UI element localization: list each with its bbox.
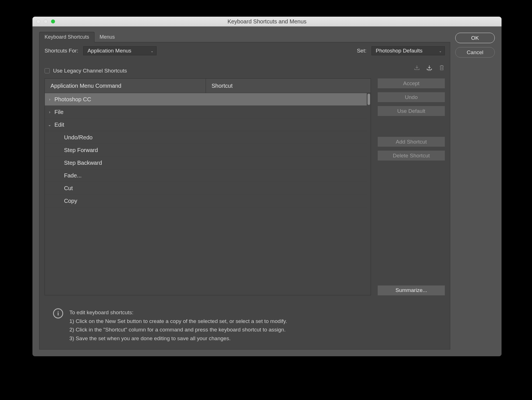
main-panel: Keyboard Shortcuts Menus Shortcuts For: … (39, 32, 450, 350)
info-line2: 2) Click in the "Shortcut" column for a … (69, 326, 287, 334)
shortcuts-for-label: Shortcuts For: (45, 48, 78, 54)
undo-button[interactable]: Undo (378, 92, 445, 102)
action-buttons-column: Accept Undo Use Default Add Shortcut Del… (378, 78, 445, 295)
tree-row-label: Copy (62, 198, 77, 204)
tree-row[interactable]: Cut (45, 182, 367, 195)
set-value: Photoshop Defaults (376, 48, 423, 54)
info-line1: 1) Click on the New Set button to create… (69, 317, 287, 326)
new-set-icon[interactable] (426, 65, 432, 71)
tree-row-label: File (53, 109, 63, 115)
content-area: Keyboard Shortcuts Menus Shortcuts For: … (32, 27, 502, 356)
scrollbar-thumb[interactable] (368, 94, 370, 105)
window-titlebar: Keyboard Shortcuts and Menus (32, 17, 502, 27)
info-section: i To edit keyboard shortcuts: 1) Click o… (45, 308, 445, 343)
tab-menus[interactable]: Menus (94, 32, 120, 42)
trash-icon[interactable] (439, 65, 445, 71)
accept-button[interactable]: Accept (378, 78, 445, 88)
info-text: To edit keyboard shortcuts: 1) Click on … (69, 308, 287, 343)
save-set-icon[interactable] (414, 65, 420, 71)
tree-row[interactable]: ⌄Edit (45, 118, 367, 131)
add-shortcut-button[interactable]: Add Shortcut (378, 137, 445, 147)
tree-scroll[interactable]: ›Photoshop CC›File⌄EditUndo/RedoStep For… (45, 93, 371, 295)
use-default-button[interactable]: Use Default (378, 106, 445, 116)
tab-bar: Keyboard Shortcuts Menus (39, 32, 450, 42)
legacy-label: Use Legacy Channel Shortcuts (53, 68, 127, 74)
tree-row-label: Photoshop CC (53, 96, 91, 103)
summarize-button[interactable]: Summarize... (378, 285, 445, 295)
window-title: Keyboard Shortcuts and Menus (32, 18, 502, 25)
shortcuts-for-select[interactable]: Application Menus ⌄ (83, 46, 157, 55)
tree-row-label: Step Forward (62, 147, 98, 153)
delete-shortcut-button[interactable]: Delete Shortcut (378, 151, 445, 161)
tree-row-label: Fade... (62, 172, 82, 179)
second-row: Use Legacy Channel Shortcuts (45, 61, 445, 74)
tree-row-label: Edit (53, 122, 64, 128)
legacy-checkbox-row[interactable]: Use Legacy Channel Shortcuts (45, 68, 127, 74)
tree-row-label: Step Backward (62, 160, 102, 166)
tree-row[interactable]: ›Photoshop CC (45, 93, 367, 106)
tree-row[interactable]: Fade... (45, 169, 367, 182)
tree-row[interactable]: Undo/Redo (45, 131, 367, 144)
chevron-down-icon[interactable]: ⌄ (47, 122, 53, 127)
tree-row-label: Cut (62, 185, 73, 192)
ok-button[interactable]: OK (455, 33, 495, 43)
tree-row[interactable]: Step Backward (45, 157, 367, 169)
legacy-checkbox[interactable] (45, 68, 50, 73)
middle-row: Application Menu Command Shortcut ›Photo… (45, 78, 445, 295)
dialog-window: Keyboard Shortcuts and Menus Keyboard Sh… (32, 17, 502, 356)
set-label: Set: (357, 48, 366, 54)
chevron-right-icon[interactable]: › (47, 97, 53, 102)
tree-row[interactable]: Copy (45, 195, 367, 207)
side-panel: OK Cancel (455, 32, 495, 350)
tree-area: Application Menu Command Shortcut ›Photo… (45, 78, 371, 295)
shortcuts-for-value: Application Menus (87, 48, 131, 54)
tab-keyboard-shortcuts[interactable]: Keyboard Shortcuts (39, 32, 94, 42)
column-headers: Application Menu Command Shortcut (45, 78, 371, 93)
tree-row[interactable]: Step Forward (45, 144, 367, 157)
info-icon: i (53, 308, 63, 318)
column-header-shortcut[interactable]: Shortcut (206, 79, 238, 93)
set-icon-row (414, 65, 445, 71)
info-title: To edit keyboard shortcuts: (69, 308, 287, 317)
chevron-right-icon[interactable]: › (47, 110, 53, 114)
panel-body: Shortcuts For: Application Menus ⌄ Set: … (39, 42, 450, 350)
info-line3: 3) Save the set when you are done editin… (69, 334, 287, 343)
column-header-command[interactable]: Application Menu Command (45, 79, 206, 93)
set-select[interactable]: Photoshop Defaults ⌄ (371, 46, 445, 55)
cancel-button[interactable]: Cancel (455, 47, 495, 58)
tree-row[interactable]: ›File (45, 106, 367, 118)
tree-row-label: Undo/Redo (62, 134, 93, 141)
command-tree: ›Photoshop CC›File⌄EditUndo/RedoStep For… (45, 93, 367, 207)
top-controls: Shortcuts For: Application Menus ⌄ Set: … (45, 46, 445, 55)
chevron-down-icon: ⌄ (151, 49, 153, 53)
chevron-down-icon: ⌄ (439, 49, 442, 53)
